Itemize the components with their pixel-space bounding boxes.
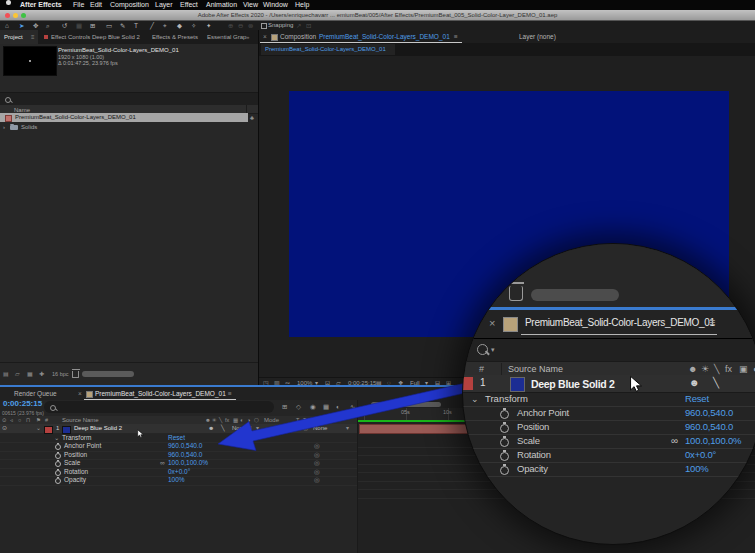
stopwatch-icon[interactable] [500,424,509,433]
number-column-label: # [479,362,484,376]
magnified-scale-row[interactable]: Scale ∞ 100.0,100.0% [463,434,755,449]
tab-menu-icon[interactable]: ≡ [709,316,715,328]
property-value[interactable]: 0x+0.0° [685,448,716,462]
property-value[interactable]: 960.0,540.0 [685,406,733,420]
magnified-anchor-point-row[interactable]: Anchor Point 960.0,540.0 [463,406,755,421]
stopwatch-icon[interactable] [500,452,509,461]
property-name: Anchor Point [517,406,569,420]
magnified-position-row[interactable]: Position 960.0,540.0 [463,420,755,435]
frame-blend-switch-icon: ▣ [739,362,748,376]
property-name: Opacity [517,462,548,476]
horizontal-scrollbar[interactable] [531,289,619,301]
stopwatch-icon[interactable] [500,438,509,447]
property-name: Rotation [517,448,551,462]
property-value[interactable]: 100% [685,462,709,476]
property-name: Position [517,420,549,434]
layer-shy-icon[interactable]: ☻ [689,377,700,388]
close-tab-icon[interactable]: × [489,317,495,329]
search-caret-icon: ▾ [491,346,495,354]
active-tab-underline [521,334,717,336]
layer-solid-swatch [510,377,525,392]
stopwatch-icon[interactable] [500,410,509,419]
trash-icon[interactable] [509,286,523,301]
group-expander-icon[interactable]: ⌄ [471,392,479,406]
layer-quality-icon[interactable]: ╲ [713,377,719,388]
layer-number: 1 [480,377,486,388]
magnifier-overlay: › × PremiumBeat_Solid-Color-Layers_DEMO_… [462,243,755,545]
property-name: Scale [517,434,540,448]
transform-group-label[interactable]: Transform [485,392,528,406]
shy-switch-icon: ☻ [688,362,697,376]
property-value[interactable]: 960.0,540.0 [685,420,733,434]
property-value[interactable]: 100.0,100.0% [685,434,741,448]
search-icon [477,344,488,355]
comp-color-swatch [503,317,518,332]
magnified-layer-row[interactable]: 1 Deep Blue Solid 2 ☻ ╲ [463,375,755,393]
tab-comp-name[interactable]: PremiumBeat_Solid-Color-Layers_DEMO_01 [525,317,715,328]
stopwatch-icon[interactable] [500,466,509,475]
column-divider [501,363,502,375]
magnified-opacity-row[interactable]: Opacity 100% [463,462,755,477]
layer-label-swatch[interactable] [462,377,473,390]
link-dimensions-icon[interactable]: ∞ [671,434,678,448]
magnified-timeline-tab: × PremiumBeat_Solid-Color-Layers_DEMO_01… [463,310,755,339]
transform-reset-link[interactable]: Reset [685,392,709,406]
source-name-column-label[interactable]: Source Name [508,362,563,376]
layer-name[interactable]: Deep Blue Solid 2 [531,378,615,390]
mouse-cursor [629,375,643,394]
quality-switch-icon: ╲ [714,362,719,376]
fx-switch-icon: fx [725,362,732,376]
magnified-rotation-row[interactable]: Rotation 0x+0.0° [463,448,755,463]
after-effects-window: After Effects File Edit Composition Laye… [0,0,755,553]
collapse-switch-icon: ☀ [701,362,709,376]
magnified-transform-row[interactable]: ⌄ Transform Reset [463,392,755,407]
magnified-search-field[interactable]: ▾ [463,339,755,361]
